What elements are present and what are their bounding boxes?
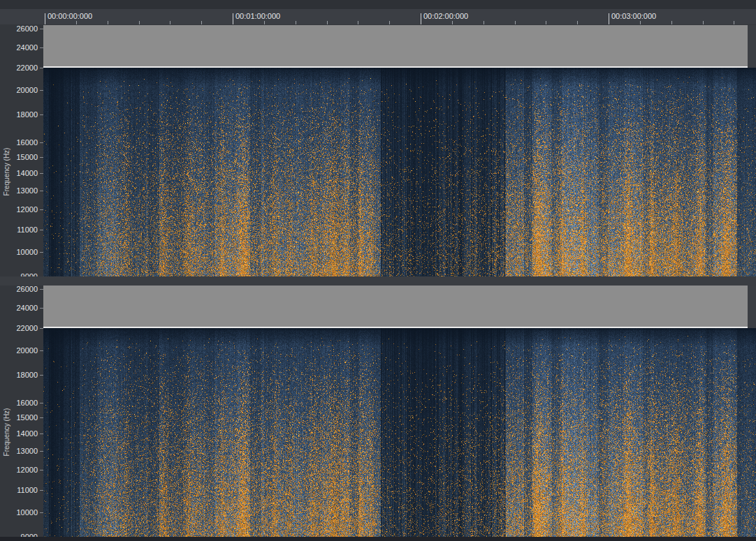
frequency-tick-mark <box>40 350 43 351</box>
frequency-tick-label: 18000 <box>0 371 38 379</box>
frequency-tick-mark <box>40 191 43 191</box>
frequency-tick-mark <box>40 230 43 230</box>
spectrogram-canvas[interactable] <box>43 68 756 276</box>
frequency-tick-mark <box>40 114 43 115</box>
frequency-tick-mark <box>40 142 43 143</box>
frequency-tick-mark <box>40 209 43 210</box>
timecode-label: 00:01:00:000 <box>235 12 280 21</box>
frequency-tick-mark <box>40 490 43 491</box>
frequency-tick-label: 24000 <box>0 43 38 52</box>
frequency-tick-label: 22000 <box>0 64 38 72</box>
frequency-tick-label: 22000 <box>0 324 38 332</box>
ruler-minor-tick <box>327 21 328 24</box>
audio-track-channel-1[interactable]: 2600024000220002000018000160001500014000… <box>0 25 756 276</box>
frequency-axis-title: Frequency (Hz) <box>2 119 12 224</box>
ruler-minor-tick <box>703 21 704 24</box>
window-top-strip <box>0 0 756 9</box>
ruler-minor-tick <box>734 21 734 24</box>
spectrogram-canvas[interactable] <box>43 328 756 537</box>
frequency-tick-mark <box>40 308 43 309</box>
frequency-tick-mark <box>40 29 43 29</box>
above-nyquist-band[interactable] <box>43 286 748 327</box>
frequency-tick-mark <box>40 403 43 403</box>
frequency-tick-label: 18000 <box>0 110 38 119</box>
ruler-minor-tick <box>264 21 265 24</box>
ruler-minor-tick <box>640 21 641 24</box>
frequency-axis-title: Frequency (Hz) <box>2 380 12 484</box>
frequency-tick-mark <box>40 433 43 434</box>
ruler-minor-tick <box>296 21 296 24</box>
frequency-tick-mark <box>40 47 43 48</box>
frequency-tick-mark <box>40 68 43 68</box>
ruler-minor-tick <box>389 21 390 24</box>
frequency-tick-mark <box>40 512 43 513</box>
frequency-tick-label: 10000 <box>0 508 38 517</box>
ruler-minor-tick <box>515 21 516 24</box>
ruler-minor-tick <box>546 21 546 24</box>
ruler-minor-tick <box>484 21 484 24</box>
clip-end-background <box>748 25 756 68</box>
ruler-minor-tick <box>452 21 453 24</box>
frequency-tick-label: 20000 <box>0 346 38 355</box>
frequency-tick-label: 26000 <box>0 24 38 33</box>
ruler-major-tick <box>609 13 609 24</box>
frequency-tick-mark <box>40 252 43 253</box>
frequency-tick-mark <box>40 417 43 418</box>
timecode-label: 00:03:00:000 <box>611 12 656 21</box>
frequency-tick-mark <box>40 375 43 376</box>
ruler-minor-tick <box>358 21 358 24</box>
frequency-tick-mark <box>40 157 43 158</box>
frequency-tick-mark <box>40 173 43 174</box>
above-nyquist-band[interactable] <box>43 25 748 66</box>
frequency-tick-mark <box>40 470 43 470</box>
timecode-label: 00:02:00:000 <box>423 12 468 21</box>
frequency-tick-label: 24000 <box>0 304 38 312</box>
frequency-tick-label: 26000 <box>0 285 38 293</box>
clip-end-background <box>748 286 756 328</box>
ruler-minor-tick <box>76 21 77 24</box>
frequency-tick-mark <box>40 451 43 452</box>
frequency-tick-mark <box>40 289 43 290</box>
frequency-tick-mark <box>40 90 43 91</box>
track-divider <box>0 276 756 286</box>
ruler-minor-tick <box>671 21 672 24</box>
timeline-ruler[interactable]: 00:00:00:00000:01:00:00000:02:00:00000:0… <box>0 9 756 24</box>
frequency-tick-mark <box>40 328 43 329</box>
ruler-major-tick <box>421 13 421 24</box>
frequency-tick-label: 11000 <box>0 486 38 494</box>
ruler-major-tick <box>233 13 233 24</box>
frequency-tick-label: 20000 <box>0 86 38 94</box>
spectrogram-view: 00:00:00:00000:01:00:00000:02:00:00000:0… <box>0 0 756 541</box>
ruler-major-tick <box>45 13 45 24</box>
timecode-label: 00:00:00:000 <box>48 12 92 21</box>
ruler-minor-tick <box>577 21 578 24</box>
audio-track-channel-2[interactable]: 2600024000220002000018000160001500014000… <box>0 286 756 537</box>
window-bottom-strip <box>0 537 756 541</box>
ruler-minor-tick <box>139 21 140 24</box>
frequency-tick-label: 10000 <box>0 248 38 256</box>
frequency-tick-label: 11000 <box>0 225 38 234</box>
ruler-minor-tick <box>170 21 170 24</box>
ruler-minor-tick <box>108 21 108 24</box>
ruler-minor-tick <box>201 21 202 24</box>
